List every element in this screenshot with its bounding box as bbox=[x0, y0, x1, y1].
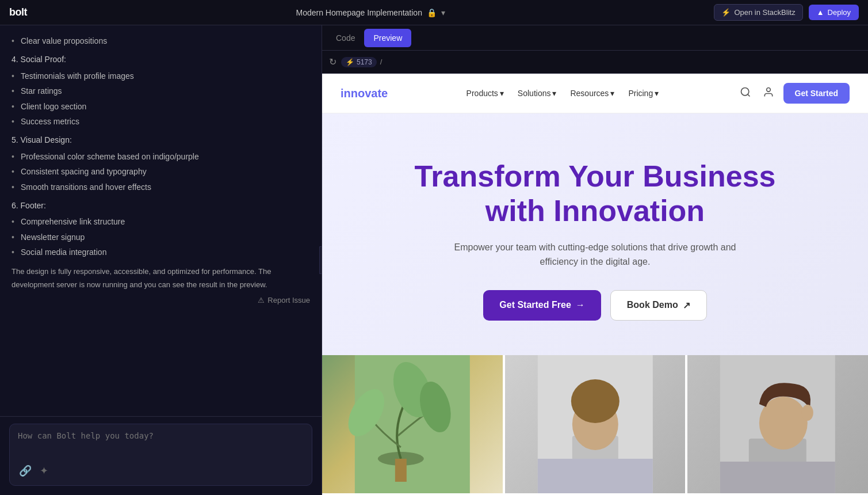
chat-actions: 🔗 ✦ bbox=[18, 463, 304, 478]
tab-code[interactable]: Code bbox=[327, 29, 364, 47]
report-icon: ⚠ bbox=[258, 296, 265, 304]
refresh-button[interactable]: ↻ bbox=[329, 56, 337, 67]
hero-subtitle: Empower your team with cutting-edge solu… bbox=[446, 240, 745, 269]
list-item: Social media integration bbox=[12, 246, 310, 258]
external-link-icon: ↗ bbox=[683, 300, 690, 311]
topbar-center: Modern Homepage Implementation 🔒 ▾ bbox=[296, 8, 445, 17]
project-title: Modern Homepage Implementation bbox=[296, 8, 422, 17]
bullet-section-3: 6. Footer: Comprehensive link structure … bbox=[12, 199, 310, 259]
ai-enhance-button[interactable]: ✦ bbox=[39, 463, 49, 478]
user-button[interactable] bbox=[760, 84, 777, 103]
nav-link-products[interactable]: Products ▾ bbox=[466, 89, 504, 98]
main-layout: Clear value propositions 4. Social Proof… bbox=[0, 25, 868, 495]
lock-icon: 🔒 bbox=[427, 8, 437, 17]
section-heading-footer: 6. Footer: bbox=[12, 199, 310, 212]
list-item: Success metrics bbox=[12, 115, 310, 128]
hero-image-person1 bbox=[505, 355, 686, 493]
port-icon: ⚡ bbox=[346, 58, 354, 66]
book-demo-button[interactable]: Book Demo ↗ bbox=[610, 290, 707, 321]
chat-area: 🔗 ✦ bbox=[0, 416, 322, 495]
open-stackblitz-button[interactable]: ⚡ Open in StackBlitz bbox=[714, 4, 802, 21]
left-content: Clear value propositions 4. Social Proof… bbox=[0, 25, 322, 416]
bullet-section-2: 5. Visual Design: Professional color sch… bbox=[12, 134, 310, 193]
left-panel: Clear value propositions 4. Social Proof… bbox=[0, 25, 322, 495]
nav-icons: Get Started bbox=[737, 83, 850, 104]
svg-rect-17 bbox=[720, 462, 835, 493]
pricing-chevron-icon: ▾ bbox=[655, 89, 659, 98]
search-icon bbox=[740, 86, 751, 98]
svg-rect-12 bbox=[537, 459, 652, 493]
attach-button[interactable]: 🔗 bbox=[18, 463, 33, 478]
site-nav: innovate Products ▾ Solutions ▾ Resource… bbox=[322, 74, 868, 113]
list-item: Comprehensive link structure bbox=[12, 215, 310, 228]
tab-preview[interactable]: Preview bbox=[364, 29, 411, 47]
products-chevron-icon: ▾ bbox=[500, 89, 504, 98]
stackblitz-icon: ⚡ bbox=[721, 8, 731, 17]
port-number: 5173 bbox=[357, 58, 372, 66]
site-nav-links: Products ▾ Solutions ▾ Resources ▾ Pri bbox=[466, 89, 659, 98]
get-started-nav-button[interactable]: Get Started bbox=[783, 83, 850, 104]
url-path: / bbox=[380, 58, 383, 66]
list-item: Star ratings bbox=[12, 85, 310, 97]
bullet-section-0: Clear value propositions bbox=[12, 35, 310, 47]
chat-input-box: 🔗 ✦ bbox=[9, 424, 312, 486]
resources-chevron-icon: ▾ bbox=[610, 89, 614, 98]
section-heading-social-proof: 4. Social Proof: bbox=[12, 53, 310, 66]
report-issue-button[interactable]: ⚠ Report Issue bbox=[258, 296, 310, 304]
preview-tabs: Code Preview bbox=[322, 25, 868, 51]
preview-content: innovate Products ▾ Solutions ▾ Resource… bbox=[322, 74, 868, 495]
report-issue-row: ⚠ Report Issue bbox=[12, 291, 310, 307]
search-button[interactable] bbox=[737, 84, 754, 103]
title-chevron-icon: ▾ bbox=[441, 8, 445, 17]
arrow-right-icon: → bbox=[576, 300, 585, 310]
list-item: Consistent spacing and typography bbox=[12, 165, 310, 178]
bullet-section-1: 4. Social Proof: Testimonials with profi… bbox=[12, 53, 310, 128]
bolt-logo: bolt bbox=[9, 6, 27, 18]
list-item: Professional color scheme based on indig… bbox=[12, 150, 310, 163]
right-panel: Code Preview ↻ ⚡ 5173 / innovate bbox=[322, 25, 868, 495]
list-item: Newsletter signup bbox=[12, 231, 310, 243]
summary-text: The design is fully responsive, accessib… bbox=[12, 265, 310, 291]
list-item: Client logo section bbox=[12, 100, 310, 113]
site-images bbox=[322, 355, 868, 493]
topbar-left: bolt bbox=[9, 6, 27, 18]
svg-point-0 bbox=[741, 87, 748, 95]
svg-point-11 bbox=[571, 379, 619, 423]
url-display: ⚡ 5173 / bbox=[341, 57, 382, 67]
topbar-right: ⚡ Open in StackBlitz ▲ Deploy bbox=[714, 4, 859, 21]
svg-point-16 bbox=[802, 405, 813, 421]
port-badge: ⚡ 5173 bbox=[341, 57, 377, 67]
nav-link-solutions[interactable]: Solutions ▾ bbox=[518, 89, 557, 98]
list-item: Smooth transitions and hover effects bbox=[12, 181, 310, 193]
hero-title: Transform Your Business with Innovation bbox=[394, 159, 797, 229]
hero-image-person2 bbox=[687, 355, 868, 493]
svg-point-1 bbox=[766, 87, 770, 92]
svg-rect-7 bbox=[395, 459, 407, 482]
get-started-free-button[interactable]: Get Started Free → bbox=[483, 290, 601, 321]
nav-link-resources[interactable]: Resources ▾ bbox=[570, 89, 614, 98]
list-item: Testimonials with profile images bbox=[12, 70, 310, 82]
deploy-icon: ▲ bbox=[817, 8, 824, 17]
site-hero: Transform Your Business with Innovation … bbox=[322, 113, 868, 355]
url-bar: ↻ ⚡ 5173 / bbox=[322, 51, 868, 74]
user-icon bbox=[763, 86, 774, 98]
topbar: bolt Modern Homepage Implementation 🔒 ▾ … bbox=[0, 0, 868, 25]
solutions-chevron-icon: ▾ bbox=[552, 89, 556, 98]
hero-image-plant bbox=[322, 355, 503, 493]
chat-input[interactable] bbox=[18, 431, 304, 452]
preview-inner: innovate Products ▾ Solutions ▾ Resource… bbox=[322, 74, 868, 495]
nav-link-pricing[interactable]: Pricing ▾ bbox=[628, 89, 659, 98]
section-heading-visual-design: 5. Visual Design: bbox=[12, 134, 310, 146]
hero-buttons: Get Started Free → Book Demo ↗ bbox=[341, 290, 850, 321]
site-logo: innovate bbox=[341, 87, 388, 100]
deploy-button[interactable]: ▲ Deploy bbox=[809, 5, 859, 20]
list-item: Clear value propositions bbox=[12, 35, 310, 47]
